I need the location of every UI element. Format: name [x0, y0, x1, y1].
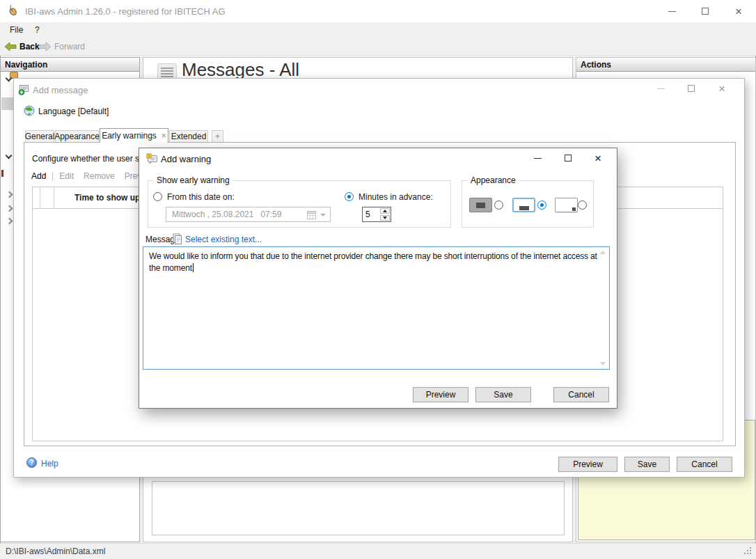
- navigation-panel-header: Navigation: [1, 58, 139, 72]
- dialog-title: Add message: [33, 85, 88, 95]
- cancel-button[interactable]: Cancel: [677, 457, 732, 472]
- select-existing-text-link[interactable]: Select existing text...: [185, 235, 262, 244]
- tab-early-warnings[interactable]: Early warnings: [100, 128, 168, 143]
- appearance-fullscreen-preview[interactable]: [469, 198, 492, 212]
- save-button[interactable]: Save: [475, 387, 531, 402]
- minimize-button[interactable]: [526, 150, 549, 166]
- appearance-fullscreen-radio[interactable]: [494, 200, 503, 210]
- preview-button[interactable]: Preview: [413, 387, 468, 402]
- appearance-banner-preview[interactable]: [512, 198, 535, 212]
- close-icon: [594, 152, 601, 164]
- navigation-toolbar: Back Forward: [0, 38, 756, 56]
- group-legend: Show early warning: [154, 175, 233, 185]
- status-file-path: D:\IBI-aws\Admin\Data.xml: [6, 546, 105, 556]
- add-warning-button[interactable]: Add: [31, 171, 46, 181]
- message-textarea[interactable]: We would like to inform you that due to …: [143, 246, 610, 370]
- maximize-icon: [565, 155, 572, 162]
- language-label: Language [Default]: [38, 107, 109, 116]
- close-button[interactable]: [710, 80, 734, 97]
- toolbar-separator: [52, 172, 53, 181]
- text-caret: [193, 263, 194, 272]
- from-date-label[interactable]: From this date on:: [167, 192, 235, 202]
- maximize-button[interactable]: [691, 2, 719, 20]
- status-bar: D:\IBI-aws\Admin\Data.xml: [0, 543, 756, 559]
- minutes-stepper[interactable]: 5: [362, 207, 391, 222]
- close-icon: [735, 6, 742, 17]
- add-message-icon: [18, 84, 30, 95]
- maximize-icon: [688, 85, 695, 92]
- maximize-button[interactable]: [679, 80, 703, 97]
- scroll-up-icon[interactable]: [600, 251, 606, 254]
- tree-expand-icon[interactable]: [6, 205, 13, 212]
- add-tab-icon: +: [215, 132, 220, 141]
- minutes-in-advance-radio[interactable]: [345, 192, 354, 201]
- show-early-warning-group: Show early warning From this date on: Mi…: [148, 180, 451, 228]
- close-icon: [718, 83, 725, 95]
- tab-appearance[interactable]: Appearance: [55, 130, 99, 143]
- appearance-group: Appearance: [462, 180, 594, 228]
- tab-label: Extended: [171, 132, 207, 141]
- maximize-icon: [702, 8, 709, 15]
- help-link[interactable]: Help: [41, 459, 58, 469]
- back-arrow-icon: [4, 42, 17, 52]
- appearance-tray-radio[interactable]: [578, 200, 587, 210]
- resize-grip[interactable]: [744, 547, 753, 556]
- minimize-button[interactable]: [658, 2, 686, 20]
- tab-general[interactable]: General: [25, 130, 54, 143]
- minutes-value: 5: [363, 207, 379, 221]
- minutes-in-advance-label[interactable]: Minutes in advance:: [359, 192, 433, 202]
- minimize-icon: [668, 11, 676, 12]
- app-icon: [7, 5, 19, 17]
- close-button[interactable]: [725, 2, 753, 20]
- content-list-box: [152, 481, 565, 535]
- tree-expand-icon[interactable]: [6, 218, 13, 225]
- stepper-down-button[interactable]: [380, 215, 390, 221]
- date-picker[interactable]: Mittwoch , 25.08.2021 07:59: [166, 207, 331, 222]
- back-button[interactable]: Back: [4, 40, 40, 54]
- window-title: IBI-aws Admin 1.26.0 - registered for IB…: [25, 6, 226, 17]
- column-divider: [54, 187, 54, 209]
- from-date-radio[interactable]: [153, 192, 162, 201]
- minimize-button[interactable]: [649, 80, 672, 97]
- paste-text-icon: [173, 233, 182, 244]
- appearance-tray-preview[interactable]: [555, 198, 578, 212]
- preview-button[interactable]: Preview: [558, 457, 617, 472]
- dialog-title: Add warning: [161, 154, 211, 164]
- edit-warning-button[interactable]: Edit: [59, 171, 74, 181]
- app-window: IBI-aws Admin 1.26.0 - registered for IB…: [0, 0, 756, 559]
- tree-node-icon: [1, 170, 3, 177]
- message-text: We would like to inform you that due to …: [149, 251, 597, 273]
- remove-warning-button[interactable]: Remove: [84, 171, 115, 181]
- tree-collapse-icon[interactable]: [6, 152, 13, 159]
- minimize-icon: [534, 158, 542, 159]
- back-label: Back: [19, 42, 40, 52]
- tab-close-icon[interactable]: [162, 132, 166, 140]
- close-button[interactable]: [586, 150, 610, 166]
- tree-expand-icon[interactable]: [6, 191, 13, 198]
- forward-arrow-icon: [39, 42, 52, 52]
- stepper-up-button[interactable]: [380, 208, 390, 214]
- date-value: Mittwoch , 25.08.2021 07:59: [172, 210, 281, 219]
- menu-help[interactable]: ?: [35, 25, 40, 35]
- tab-label: General: [25, 132, 55, 141]
- dropdown-arrow-icon[interactable]: [320, 214, 326, 216]
- minimize-icon: [657, 88, 665, 89]
- add-warning-dialog: Add warning Show early warning From this…: [139, 148, 617, 409]
- scroll-down-icon[interactable]: [600, 362, 606, 365]
- column-time-to-show-up: Time to show up: [74, 193, 140, 203]
- maximize-button[interactable]: [556, 150, 580, 166]
- help-icon[interactable]: [26, 457, 37, 468]
- add-tab-button[interactable]: +: [212, 130, 223, 143]
- stepper-buttons: [379, 207, 391, 221]
- forward-label: Forward: [54, 42, 85, 52]
- title-bar: IBI-aws Admin 1.26.0 - registered for IB…: [0, 0, 756, 22]
- warnings-list-toolbar: Add Edit Remove Prev: [31, 171, 141, 181]
- calendar-icon: [307, 210, 316, 219]
- save-button[interactable]: Save: [624, 457, 670, 472]
- forward-button[interactable]: Forward: [39, 40, 85, 54]
- menu-file[interactable]: File: [10, 25, 23, 35]
- appearance-banner-radio[interactable]: [537, 200, 546, 210]
- cancel-button[interactable]: Cancel: [553, 387, 609, 402]
- tab-label: Early warnings: [102, 131, 157, 141]
- tab-extended[interactable]: Extended: [169, 130, 208, 143]
